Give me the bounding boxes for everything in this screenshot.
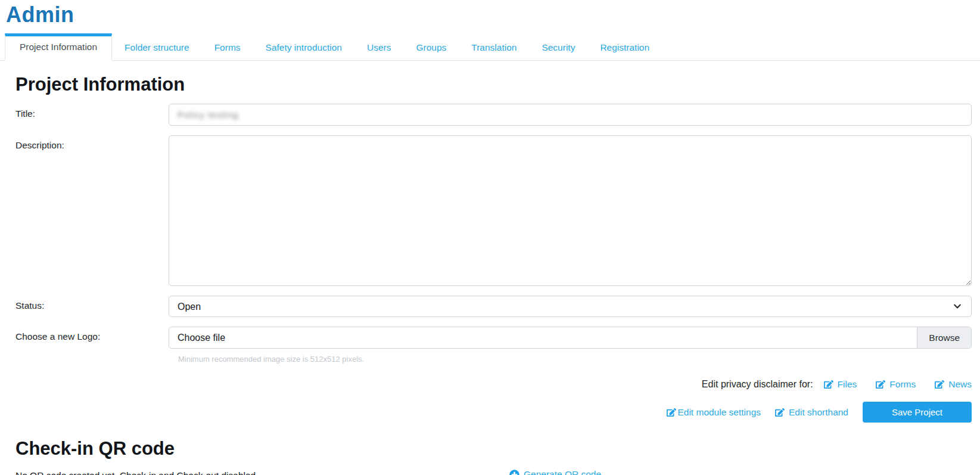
title-row: Title: Policy testing [15, 104, 972, 126]
generate-qr-code-link[interactable]: Generate QR code [509, 469, 601, 475]
status-row: Status: Open [15, 296, 972, 317]
privacy-news-label: News [948, 379, 972, 390]
description-label: Description: [15, 135, 169, 286]
logo-row: Choose a new Logo: Choose file Browse Mi… [15, 327, 972, 364]
logo-file-input[interactable]: Choose file Browse [169, 327, 972, 349]
edit-icon [876, 380, 885, 389]
privacy-news-link[interactable]: News [935, 379, 972, 390]
privacy-disclaimer-label: Edit privacy disclaimer for: [702, 379, 813, 390]
tab-bar: Project Information Folder structure For… [0, 33, 980, 61]
tab-project-information[interactable]: Project Information [5, 33, 112, 61]
page-title: Admin [6, 2, 980, 27]
privacy-files-label: Files [838, 379, 857, 390]
logo-size-hint: Minimum recommended image size is 512x51… [178, 355, 972, 364]
logo-file-text: Choose file [169, 327, 917, 348]
edit-icon [775, 408, 785, 417]
description-row: Description: [15, 135, 972, 286]
edit-shorthand-label: Edit shorthand [789, 407, 848, 418]
project-actions-row: Edit module settings Edit shorthand Save… [15, 402, 972, 423]
qr-status-row: No QR code created yet. Check-in and Che… [15, 468, 972, 475]
checkin-qr-heading: Check-in QR code [15, 438, 972, 460]
tab-users[interactable]: Users [354, 35, 403, 60]
status-label: Status: [15, 296, 169, 317]
plus-circle-icon [509, 470, 519, 475]
tab-translation[interactable]: Translation [459, 35, 529, 60]
edit-icon [935, 380, 944, 389]
tab-groups[interactable]: Groups [403, 35, 459, 60]
description-textarea[interactable] [169, 135, 972, 286]
edit-icon [824, 380, 833, 389]
title-label: Title: [15, 104, 169, 126]
generate-qr-code-label: Generate QR code [524, 469, 601, 475]
privacy-forms-link[interactable]: Forms [876, 379, 916, 390]
logo-label: Choose a new Logo: [15, 327, 169, 364]
edit-shorthand-link[interactable]: Edit shorthand [775, 407, 848, 418]
title-input[interactable]: Policy testing [169, 104, 972, 126]
browse-button[interactable]: Browse [917, 327, 971, 348]
edit-icon [667, 408, 676, 417]
edit-module-settings-label: Edit module settings [677, 407, 761, 418]
privacy-disclaimer-row: Edit privacy disclaimer for: Files Forms… [15, 379, 972, 390]
privacy-forms-label: Forms [889, 379, 916, 390]
status-select[interactable]: Open [169, 296, 972, 317]
main-content: Project Information Title: Policy testin… [0, 74, 980, 475]
save-project-button[interactable]: Save Project [863, 402, 972, 423]
tab-security[interactable]: Security [529, 35, 587, 60]
tab-folder-structure[interactable]: Folder structure [112, 35, 202, 60]
edit-module-settings-link[interactable]: Edit module settings [667, 407, 761, 418]
qr-status-text: No QR code created yet. Check-in and Che… [15, 468, 972, 475]
tab-registration[interactable]: Registration [587, 35, 662, 60]
tab-safety-introduction[interactable]: Safety introduction [253, 35, 354, 60]
title-value-obscured: Policy testing [178, 110, 238, 120]
privacy-files-link[interactable]: Files [824, 379, 857, 390]
project-information-heading: Project Information [15, 74, 972, 95]
tab-forms[interactable]: Forms [202, 35, 253, 60]
